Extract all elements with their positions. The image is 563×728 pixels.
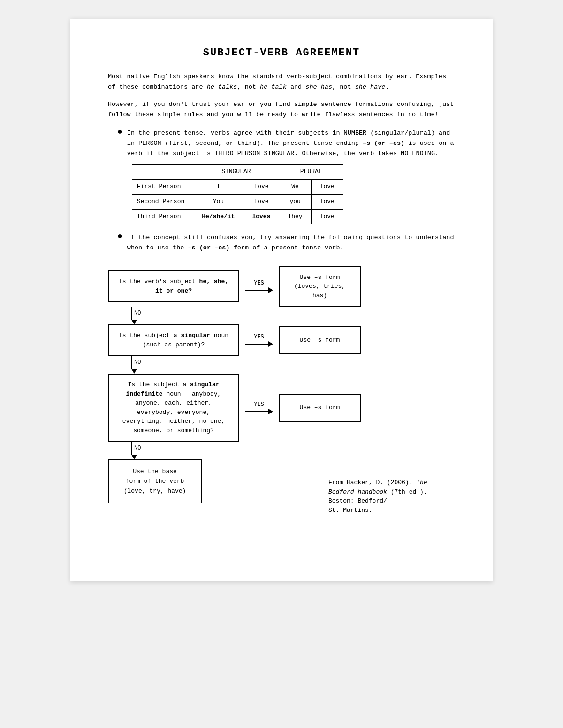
- person-third: Third Person: [132, 209, 193, 224]
- bullet-dot-1: ●: [117, 127, 122, 136]
- v-line-3: [131, 442, 132, 455]
- arrow-down-head-2: [131, 369, 137, 374]
- table-header-empty: [132, 165, 193, 180]
- plural-verb-second: love: [311, 194, 343, 209]
- flow-down-3: NO: [131, 442, 455, 459]
- bullet-section: ● In the present tense, verbs agree with…: [117, 128, 455, 253]
- flow-arrow-yes-2: YES: [245, 334, 273, 347]
- flow-arrow-yes-1: YES: [245, 280, 273, 293]
- plural-verb-first: love: [311, 179, 343, 194]
- person-first: First Person: [132, 179, 193, 194]
- arrow-down-head-1: [131, 320, 137, 324]
- flowchart-box-final: Use the baseform of the verb(love, try, …: [108, 459, 202, 503]
- plural-pronoun-first: We: [279, 179, 311, 194]
- no-text-2: NO: [134, 359, 141, 366]
- bullet-dot-2: ●: [117, 232, 122, 241]
- no-text-1: NO: [134, 310, 141, 316]
- yes-label-1: YES: [254, 280, 264, 286]
- no-label-row-1: NO: [131, 307, 141, 320]
- flow-arrow-yes-3: YES: [245, 401, 273, 414]
- arrow-head-right-2: [268, 341, 273, 347]
- intro-paragraph-2: However, if you don't trust your ear or …: [108, 99, 455, 120]
- bullet-text-2: If the concept still confuses you, try a…: [127, 233, 455, 253]
- arrow-head-right-1: [268, 287, 273, 293]
- flowchart-result-3: Use –s form: [279, 394, 361, 422]
- bullet-item-2: ● If the concept still confuses you, try…: [117, 233, 455, 253]
- h-line-3: [245, 411, 268, 412]
- flow-row-3: Is the subject a singular indefinite nou…: [108, 374, 455, 442]
- yes-label-2: YES: [254, 334, 264, 340]
- table-row-first: First Person I love We love: [132, 179, 343, 194]
- flow-down-1: NO: [131, 307, 455, 324]
- intro-paragraph-1: Most native English speakers know the st…: [108, 72, 455, 92]
- plural-pronoun-third: They: [279, 209, 311, 224]
- arrow-head-right-3: [268, 409, 273, 414]
- flowchart-result-2: Use –s form: [279, 326, 361, 354]
- bullet-text-1: In the present tense, verbs agree with t…: [127, 128, 455, 224]
- sing-pronoun-first: I: [193, 179, 243, 194]
- table-header-singular: SINGULAR: [193, 165, 279, 180]
- page-title: SUBJECT-VERB AGREEMENT: [108, 47, 455, 59]
- table-row-second: Second Person You love you love: [132, 194, 343, 209]
- flow-down-2: NO: [131, 356, 455, 374]
- h-line-1: [245, 290, 268, 291]
- page: SUBJECT-VERB AGREEMENT Most native Engli…: [70, 19, 493, 581]
- flow-final-row: Use the baseform of the verb(love, try, …: [108, 459, 455, 515]
- yes-label-3: YES: [254, 401, 264, 408]
- sing-pronoun-second: You: [193, 194, 243, 209]
- person-second: Second Person: [132, 194, 193, 209]
- sing-verb-second: love: [243, 194, 279, 209]
- bullet-item-1: ● In the present tense, verbs agree with…: [117, 128, 455, 224]
- agreement-table: SINGULAR PLURAL First Person I love We l…: [132, 164, 343, 224]
- v-line-2: [131, 356, 132, 369]
- flowchart-box-3: Is the subject a singular indefinite nou…: [108, 374, 239, 442]
- no-label-row-2: NO: [131, 356, 141, 369]
- flowchart-result-1: Use –s form(loves, tries, has): [279, 266, 361, 307]
- no-text-3: NO: [134, 445, 141, 451]
- arrow-down-head-3: [131, 455, 137, 459]
- sing-verb-third: loves: [243, 209, 279, 224]
- flowchart-box-1: Is the verb's subject he, she, it or one…: [108, 270, 239, 302]
- no-label-row-3: NO: [131, 442, 141, 455]
- plural-verb-third: love: [311, 209, 343, 224]
- sing-verb-first: love: [243, 179, 279, 194]
- flow-row-2: Is the subject a singular noun(such as p…: [108, 324, 455, 356]
- flowchart-box-2: Is the subject a singular noun(such as p…: [108, 324, 239, 356]
- flowchart: Is the verb's subject he, she, it or one…: [108, 266, 455, 515]
- table-row-third: Third Person He/she/it loves They love: [132, 209, 343, 224]
- v-line-1: [131, 307, 132, 320]
- plural-pronoun-second: you: [279, 194, 311, 209]
- sing-pronoun-third: He/she/it: [193, 209, 243, 224]
- citation-block: From Hacker, D. (2006). The Bedford hand…: [314, 478, 455, 515]
- flow-row-1: Is the verb's subject he, she, it or one…: [108, 266, 455, 307]
- h-line-2: [245, 344, 268, 345]
- table-header-plural: PLURAL: [279, 165, 343, 180]
